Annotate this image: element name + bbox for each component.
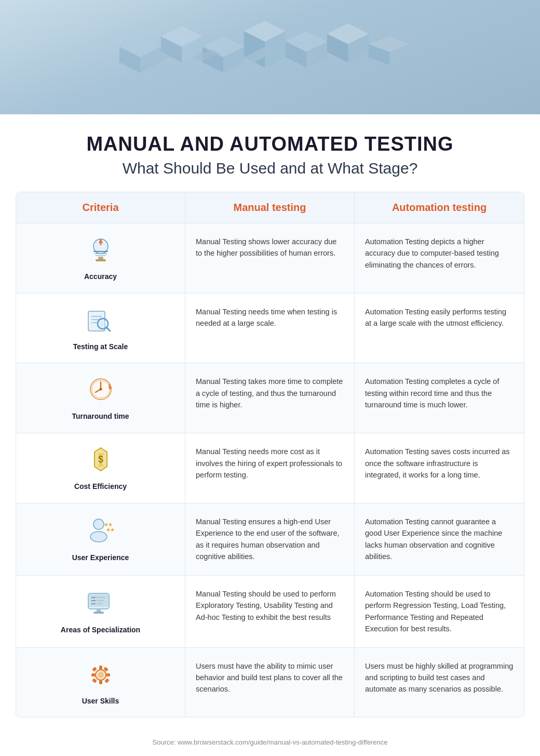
- svg-point-43: [99, 388, 102, 391]
- header-decoration: [88, 5, 452, 109]
- svg-rect-62: [97, 609, 101, 612]
- svg-rect-66: [99, 666, 102, 670]
- criteria-label-ux: User Experience: [72, 552, 129, 564]
- table-row: $ Cost Efficiency Manual Testing needs m…: [16, 433, 524, 503]
- criteria-label-specialization: Areas of Specialization: [61, 625, 140, 636]
- scale-icon: [84, 304, 117, 337]
- accuracy-icon: [84, 234, 117, 267]
- criteria-label-turnaround: Turnaround time: [72, 411, 129, 422]
- manual-cell-scale: Manual Testing needs time when testing i…: [185, 294, 355, 363]
- col-header-criteria: Criteria: [16, 192, 185, 223]
- manual-cell-skills: Users must have the ability to mimic use…: [185, 648, 355, 718]
- auto-cell-cost: Automation Testing saves costs incurred …: [355, 433, 524, 503]
- specialization-icon: [84, 587, 117, 620]
- auto-cell-skills: Users must be highly skilled at programm…: [355, 648, 524, 718]
- auto-cell-accuracy: Automation Testing depicts a higher accu…: [355, 223, 524, 293]
- auto-cell-turnaround: Automation Testing completes a cycle of …: [355, 363, 524, 433]
- criteria-label-skills: User Skills: [82, 696, 119, 707]
- auto-cell-scale: Automation Testing easily performs testi…: [355, 294, 524, 363]
- criteria-label-accuracy: Accuracy: [84, 271, 117, 283]
- title-section: MANUAL AND AUTOMATED TESTING What Should…: [0, 114, 540, 192]
- col-header-auto: Automation testing: [355, 192, 524, 223]
- svg-rect-71: [104, 678, 110, 683]
- criteria-label-scale: Testing at Scale: [73, 341, 128, 353]
- manual-cell-turnaround: Manual Testing takes more time to comple…: [185, 363, 355, 433]
- svg-rect-63: [93, 612, 104, 614]
- svg-rect-68: [91, 673, 96, 677]
- skills-icon: [84, 658, 117, 692]
- table-row: Testing at Scale Manual Testing needs ti…: [16, 293, 524, 363]
- svg-line-38: [106, 327, 110, 331]
- svg-text:$: $: [98, 454, 103, 465]
- svg-point-48: [93, 519, 104, 529]
- manual-cell-cost: Manual Testing needs more cost as it inv…: [185, 433, 355, 503]
- criteria-cell-skills: User Skills: [16, 648, 185, 718]
- manual-cell-ux: Manual Testing ensures a high-end User E…: [185, 503, 355, 575]
- criteria-cell-ux: ★ ★ ★ ★ User Experience: [16, 503, 185, 575]
- criteria-cell-accuracy: Accuracy: [16, 223, 185, 293]
- ux-icon: ★ ★ ★ ★: [84, 515, 117, 548]
- sub-title: What Should Be Used and at What Stage?: [21, 160, 519, 177]
- footer-source: Source: www.browserstack.com/guide/manua…: [0, 728, 540, 756]
- svg-rect-69: [106, 673, 110, 677]
- criteria-cell-specialization: Areas of Specialization: [16, 576, 185, 647]
- table-row: Accuracy Manual Testing shows lower accu…: [16, 223, 524, 293]
- svg-rect-67: [99, 680, 102, 684]
- svg-point-65: [98, 672, 104, 678]
- svg-rect-73: [92, 678, 97, 683]
- turnaround-icon: [84, 374, 117, 407]
- table-header: Criteria Manual testing Automation testi…: [16, 192, 524, 223]
- auto-cell-ux: Automation Testing cannot guarantee a go…: [355, 503, 524, 575]
- table-row: Areas of Specialization Manual Testing s…: [16, 575, 524, 647]
- manual-cell-accuracy: Manual Testing shows lower accuracy due …: [185, 223, 355, 293]
- criteria-cell-scale: Testing at Scale: [16, 294, 185, 363]
- auto-cell-specialization: Automation Testing should be used to per…: [355, 576, 524, 647]
- header-image: [0, 0, 540, 114]
- criteria-cell-turnaround: Turnaround time: [16, 363, 185, 433]
- svg-point-49: [90, 532, 107, 542]
- manual-cell-specialization: Manual Testing should be used to perform…: [185, 576, 355, 647]
- criteria-label-cost: Cost Efficiency: [74, 481, 127, 493]
- table-row: ★ ★ ★ ★ User Experience Manual Testing e…: [16, 503, 524, 575]
- svg-rect-70: [92, 667, 97, 672]
- table-row: User Skills Users must have the ability …: [16, 647, 524, 718]
- criteria-cell-cost: $ Cost Efficiency: [16, 433, 185, 503]
- svg-rect-31: [96, 259, 106, 261]
- table-row: Turnaround time Manual Testing takes mor…: [16, 363, 524, 433]
- svg-text:★: ★: [110, 527, 115, 533]
- col-header-manual: Manual testing: [185, 192, 355, 223]
- main-title: MANUAL AND AUTOMATED TESTING: [21, 133, 519, 155]
- source-text: Source: www.browserstack.com/guide/manua…: [153, 738, 388, 746]
- comparison-table: Criteria Manual testing Automation testi…: [16, 192, 524, 718]
- svg-point-37: [100, 321, 106, 327]
- cost-icon: $: [84, 444, 117, 477]
